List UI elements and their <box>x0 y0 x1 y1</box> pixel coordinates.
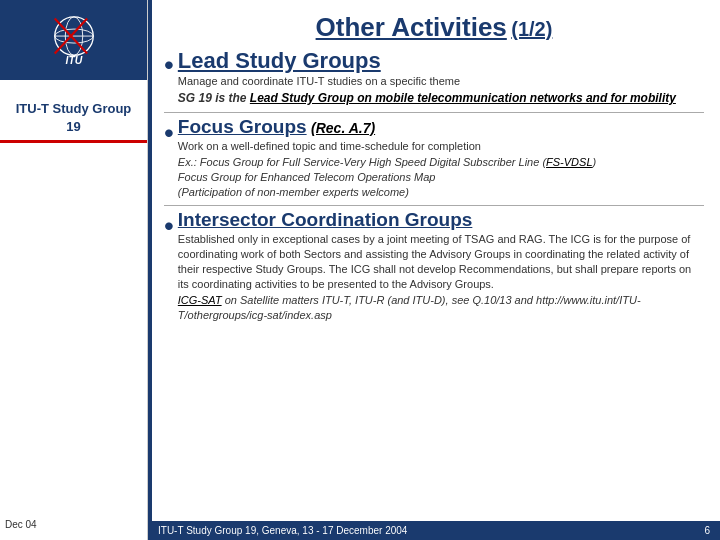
section-3-heading: Intersector Coordination Groups <box>178 210 704 231</box>
footer-bar: ITU-T Study Group 19, Geneva, 13 - 17 De… <box>148 521 720 540</box>
section-lead-study-groups: • Lead Study Groups Manage and coordinat… <box>164 49 704 106</box>
page-subtitle: (1/2) <box>511 18 552 40</box>
section-1-sub1: Manage and coordinate ITU-T studies on a… <box>178 74 704 89</box>
footer-page-number: 6 <box>704 525 710 536</box>
section-focus-groups: • Focus Groups (Rec. A.7) Work on a well… <box>164 117 704 199</box>
itu-logo: ITU <box>39 10 109 70</box>
section-intersector: • Intersector Coordination Groups Establ… <box>164 210 704 322</box>
page-header: Other Activities (1/2) <box>164 12 704 43</box>
section-2-heading: Focus Groups <box>178 116 307 137</box>
bullet-2: • <box>164 119 174 147</box>
page-title: Other Activities <box>316 12 507 42</box>
section-1-content: Lead Study Groups Manage and coordinate … <box>178 49 704 106</box>
section-2-heading-row: Focus Groups (Rec. A.7) <box>178 117 704 138</box>
section-3-content: Intersector Coordination Groups Establis… <box>178 210 704 322</box>
section-2-sub2: Ex.: Focus Group for Full Service-Very H… <box>178 155 704 200</box>
svg-text:ITU: ITU <box>65 54 82 66</box>
main-content: Other Activities (1/2) • Lead Study Grou… <box>148 0 720 540</box>
bullet-3: • <box>164 212 174 240</box>
section-1-heading: Lead Study Groups <box>178 49 704 73</box>
section-3-sub1: Established only in exceptional cases by… <box>178 232 704 291</box>
sidebar-title: ITU-T Study Group 19 <box>0 100 147 136</box>
divider-1 <box>164 112 704 113</box>
section-3-sub2: ICG-SAT on Satellite matters ITU-T, ITU-… <box>178 293 704 323</box>
section-1-sub2: SG 19 is the Lead Study Group on mobile … <box>178 90 704 106</box>
sidebar-bottom-label: Dec 04 <box>5 519 37 530</box>
icg-sat-link: ICG-SAT <box>178 294 222 306</box>
section-2-sub1: Work on a well-defined topic and time-sc… <box>178 139 704 154</box>
fsvdsl-link: FS-VDSL <box>546 156 592 168</box>
sg19-link: Lead Study Group on mobile telecommunica… <box>250 91 676 105</box>
logo-area: ITU <box>0 0 147 80</box>
footer-center-text: ITU-T Study Group 19, Geneva, 13 - 17 De… <box>158 525 407 536</box>
red-divider <box>0 140 147 143</box>
sidebar: ITU ITU-T Study Group 19 Dec 04 <box>0 0 148 540</box>
section-2-heading-suffix: (Rec. A.7) <box>311 120 375 136</box>
sg19-text: SG 19 is the <box>178 91 250 105</box>
divider-2 <box>164 205 704 206</box>
bullet-1: • <box>164 51 174 79</box>
section-2-content: Focus Groups (Rec. A.7) Work on a well-d… <box>178 117 704 199</box>
